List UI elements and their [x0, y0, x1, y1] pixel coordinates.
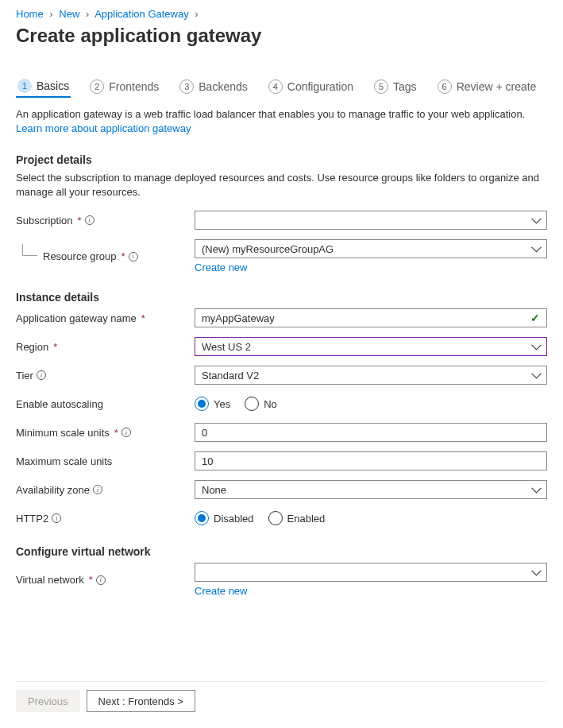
- region-label: Region: [16, 341, 48, 353]
- required-mark: *: [53, 341, 57, 353]
- tab-label: Configuration: [287, 80, 353, 93]
- create-new-rg-link[interactable]: Create new: [195, 261, 247, 273]
- step-number: 4: [268, 79, 283, 94]
- next-button[interactable]: Next : Frontends >: [87, 690, 195, 712]
- create-new-vnet-link[interactable]: Create new: [195, 585, 247, 597]
- tab-basics[interactable]: 1 Basics: [16, 76, 71, 98]
- section-instance-title: Instance details: [16, 291, 547, 304]
- step-number: 5: [374, 79, 388, 94]
- tab-label: Backends: [199, 80, 247, 93]
- wizard-tabs: 1 Basics 2 Frontends 3 Backends 4 Config…: [16, 76, 547, 98]
- az-label: Availability zone: [16, 484, 90, 496]
- tab-label: Tags: [393, 80, 417, 93]
- previous-button: Previous: [16, 690, 80, 712]
- chevron-right-icon: ›: [86, 8, 89, 20]
- region-select[interactable]: West US 2: [195, 337, 547, 356]
- breadcrumb: Home › New › Application Gateway ›: [16, 0, 547, 23]
- subscription-select[interactable]: [195, 211, 547, 230]
- chevron-right-icon: ›: [195, 8, 198, 20]
- info-icon[interactable]: i: [85, 215, 94, 225]
- section-vnet-title: Configure virtual network: [16, 545, 547, 558]
- intro-text: An application gateway is a web traffic …: [16, 107, 547, 136]
- http2-enabled-radio[interactable]: Enabled: [268, 511, 326, 525]
- az-select[interactable]: None: [195, 480, 547, 499]
- info-icon[interactable]: i: [37, 370, 46, 380]
- info-icon[interactable]: i: [96, 575, 106, 585]
- tier-label: Tier: [16, 370, 33, 381]
- max-units-label: Maximum scale units: [16, 455, 112, 467]
- required-mark: *: [78, 215, 82, 227]
- radio-icon: [195, 511, 209, 525]
- step-number: 1: [17, 79, 32, 93]
- min-units-label: Minimum scale units: [16, 427, 110, 439]
- resource-group-label: Resource group: [43, 250, 117, 262]
- vnet-label: Virtual network: [16, 574, 84, 586]
- tab-label: Review + create: [457, 80, 537, 93]
- info-icon[interactable]: i: [121, 428, 131, 437]
- gateway-name-input[interactable]: myAppGateway: [195, 308, 547, 327]
- radio-icon: [268, 511, 283, 525]
- tab-configuration[interactable]: 4 Configuration: [267, 76, 355, 98]
- tab-frontends[interactable]: 2 Frontends: [88, 76, 160, 98]
- tab-label: Basics: [37, 79, 69, 92]
- http2-label: HTTP2: [16, 513, 48, 525]
- chevron-right-icon: ›: [49, 8, 52, 20]
- learn-more-link[interactable]: Learn more about application gateway: [16, 122, 191, 134]
- required-mark: *: [114, 427, 118, 439]
- step-number: 2: [90, 79, 104, 94]
- section-project-desc: Select the subscription to manage deploy…: [16, 171, 547, 199]
- wizard-footer: Previous Next : Frontends >: [16, 681, 547, 712]
- breadcrumb-new[interactable]: New: [59, 8, 79, 20]
- tab-label: Frontends: [109, 80, 159, 93]
- autoscaling-no-radio[interactable]: No: [245, 397, 277, 411]
- autoscaling-yes-radio[interactable]: Yes: [195, 397, 230, 411]
- radio-icon: [245, 397, 259, 411]
- page-title: Create application gateway: [16, 25, 547, 47]
- step-number: 3: [179, 79, 194, 94]
- radio-icon: [195, 397, 209, 411]
- section-project-title: Project details: [16, 153, 547, 166]
- tab-backends[interactable]: 3 Backends: [178, 76, 249, 98]
- gateway-name-label: Application gateway name: [16, 312, 137, 324]
- tab-tags[interactable]: 5 Tags: [372, 76, 418, 98]
- required-mark: *: [89, 574, 93, 586]
- step-number: 6: [438, 79, 452, 94]
- required-mark: *: [121, 250, 125, 262]
- breadcrumb-home[interactable]: Home: [16, 8, 44, 20]
- subscription-label: Subscription: [16, 215, 73, 227]
- info-icon[interactable]: i: [93, 485, 102, 494]
- resource-group-select[interactable]: (New) myResourceGroupAG: [195, 239, 547, 258]
- required-mark: *: [141, 312, 145, 324]
- autoscaling-label: Enable autoscaling: [16, 398, 103, 410]
- http2-disabled-radio[interactable]: Disabled: [195, 511, 254, 525]
- info-icon[interactable]: i: [129, 252, 138, 261]
- virtual-network-select[interactable]: [195, 563, 547, 582]
- tab-review-create[interactable]: 6 Review + create: [436, 76, 538, 98]
- min-units-input[interactable]: 0: [195, 423, 547, 442]
- tier-select[interactable]: Standard V2: [195, 366, 547, 385]
- info-icon[interactable]: i: [52, 513, 61, 523]
- max-units-input[interactable]: 10: [195, 451, 547, 470]
- breadcrumb-app-gateway[interactable]: Application Gateway: [94, 8, 189, 20]
